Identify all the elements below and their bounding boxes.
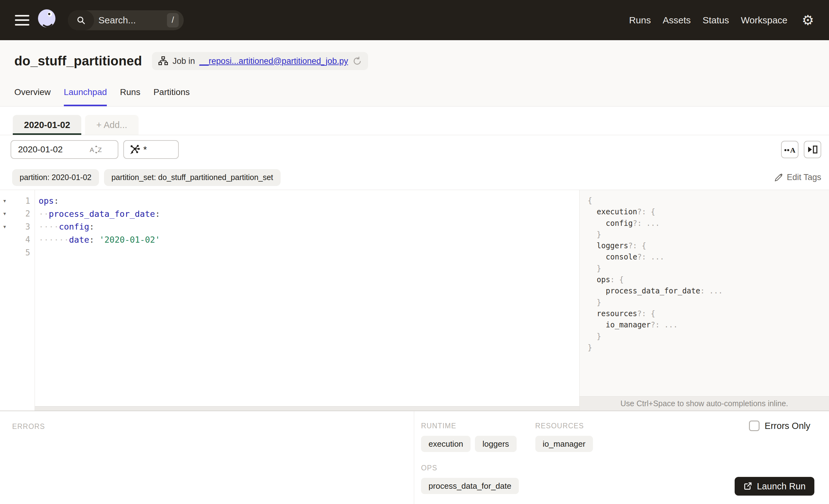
tab-overview[interactable]: Overview — [14, 87, 51, 106]
schema-line: } — [588, 230, 829, 242]
schema-key: config — [606, 219, 633, 228]
yaml-plain — [94, 235, 99, 245]
schema-key: execution — [597, 208, 637, 216]
edit-tags-button[interactable]: Edit Tags — [774, 173, 821, 182]
section-pills: executionloggers — [421, 436, 517, 452]
schema-key: process_data_for_date — [606, 287, 700, 295]
schema-punct: } — [597, 230, 601, 239]
schema-line: loggers?: { — [588, 242, 829, 253]
gutter-row: ▼2 — [0, 208, 35, 220]
line-number: 2 — [9, 209, 35, 218]
config-editor: ▼1▼2▼345 ops:··process_data_for_date:···… — [0, 190, 829, 410]
schema-punct: { — [588, 196, 592, 205]
section-resources: RESOURCESio_manager — [535, 422, 629, 452]
gutter-row: ▼3 — [0, 220, 35, 233]
job-origin-badge: Job in __reposi...artitioned@partitioned… — [152, 52, 368, 70]
errors-label: ERRORS — [12, 422, 45, 431]
schema-key: io_manager — [606, 321, 651, 329]
dagster-logo-icon[interactable] — [37, 9, 58, 32]
menu-icon[interactable] — [15, 15, 29, 26]
yaml-key: date — [69, 235, 89, 245]
op-graph-icon — [129, 144, 140, 155]
config-pill[interactable]: io_manager — [535, 436, 593, 452]
section-label: RUNTIME — [421, 422, 517, 430]
whitespace-icon: A — [784, 145, 796, 154]
yaml-editor[interactable]: ops:··process_data_for_date:····config:·… — [35, 190, 579, 410]
section-ops: OPSprocess_data_for_date — [421, 464, 519, 494]
schema-punct: : { — [610, 275, 623, 284]
tab-partitions[interactable]: Partitions — [153, 87, 190, 106]
op-selection-field[interactable]: * — [123, 140, 179, 159]
search-input[interactable] — [98, 15, 157, 26]
external-link-icon — [743, 482, 752, 491]
schema-line: execution?: { — [588, 208, 829, 219]
config-pill[interactable]: execution — [421, 436, 471, 452]
autocomplete-hint: Use Ctrl+Space to show auto-completions … — [580, 396, 829, 410]
launch-run-button[interactable]: Launch Run — [735, 477, 814, 496]
nav-link-workspace[interactable]: Workspace — [741, 15, 788, 26]
horizontal-scrollbar[interactable] — [35, 406, 579, 410]
schema-line: } — [588, 264, 829, 275]
section-pills: io_manager — [535, 436, 629, 452]
schema-punct: } — [597, 332, 601, 341]
header-tabs: OverviewLaunchpadRunsPartitions — [14, 87, 190, 106]
yaml-string: '2020-01-02' — [99, 235, 160, 245]
nav-link-assets[interactable]: Assets — [663, 15, 691, 26]
schema-punct: ?: { — [637, 309, 655, 318]
errors-pane: ERRORS — [0, 411, 414, 504]
line-number: 3 — [9, 222, 35, 231]
job-header: do_stuff_partitioned Job in __reposi...a… — [0, 40, 829, 107]
config-sections: RUNTIMEexecutionloggersRESOURCESio_manag… — [421, 422, 670, 494]
search-shortcut-key: / — [167, 13, 179, 27]
line-number: 1 — [9, 196, 35, 206]
schema-punct: ?: ... — [637, 253, 664, 261]
yaml-key: ops — [39, 196, 54, 206]
tab-runs[interactable]: Runs — [120, 87, 140, 106]
editor-gutter: ▼1▼2▼345 — [0, 190, 35, 410]
config-pill[interactable]: process_data_for_date — [421, 478, 519, 494]
errors-only-checkbox[interactable] — [749, 421, 760, 431]
errors-only-toggle[interactable]: Errors Only — [749, 421, 810, 431]
launch-run-label: Launch Run — [757, 481, 806, 492]
tag-pill: partition: 2020-01-02 — [12, 169, 99, 186]
toggle-whitespace-button[interactable]: A — [781, 141, 798, 158]
play-panel-icon — [807, 145, 818, 154]
partition-tab-selected[interactable]: 2020-01-02 — [13, 115, 81, 135]
fold-arrow-icon[interactable]: ▼ — [0, 224, 9, 229]
nav-link-status[interactable]: Status — [702, 15, 729, 26]
fold-arrow-icon[interactable]: ▼ — [0, 211, 9, 216]
schema-punct: ?: ... — [633, 219, 660, 228]
config-pill[interactable]: loggers — [475, 436, 516, 452]
gutter-row: 5 — [0, 246, 35, 259]
page-title: do_stuff_partitioned — [14, 53, 142, 69]
gutter-row: 4 — [0, 233, 35, 246]
search-box: / — [68, 10, 184, 30]
code-line: ··process_data_for_date: — [39, 208, 579, 220]
schema-key: loggers — [597, 242, 628, 250]
sort-alpha-icon[interactable]: A Z — [89, 145, 103, 154]
search-icon — [68, 10, 94, 30]
gear-icon[interactable]: ⚙ — [802, 13, 814, 27]
launchpad-controls: A Z — [0, 135, 829, 165]
job-repo-link[interactable]: __reposi...artitioned@partitioned_job.py — [199, 57, 348, 66]
partition-tabs: 2020-01-02 + Add... — [0, 107, 829, 135]
job-hierarchy-icon — [158, 56, 168, 66]
partition-name-input[interactable] — [11, 145, 89, 154]
schema-line: } — [588, 332, 829, 343]
nav-link-runs[interactable]: Runs — [629, 15, 651, 26]
svg-text:Z: Z — [98, 146, 102, 153]
expand-panel-button[interactable] — [804, 141, 821, 158]
tab-launchpad[interactable]: Launchpad — [64, 87, 107, 106]
op-selection-value: * — [143, 144, 147, 155]
schema-punct: ?: { — [637, 208, 655, 216]
svg-text:A: A — [790, 146, 796, 154]
schema-punct: } — [588, 343, 592, 352]
schema-punct: } — [597, 264, 601, 273]
launchpad-page: / RunsAssetsStatusWorkspace ⚙ do_stuff_p… — [0, 0, 829, 504]
yaml-punct: : — [155, 209, 160, 219]
schema-line: io_manager?: ... — [588, 321, 829, 332]
fold-arrow-icon[interactable]: ▼ — [0, 199, 9, 204]
partition-tab-add[interactable]: + Add... — [85, 115, 138, 135]
pencil-icon — [774, 173, 783, 182]
reload-icon[interactable] — [353, 57, 362, 66]
